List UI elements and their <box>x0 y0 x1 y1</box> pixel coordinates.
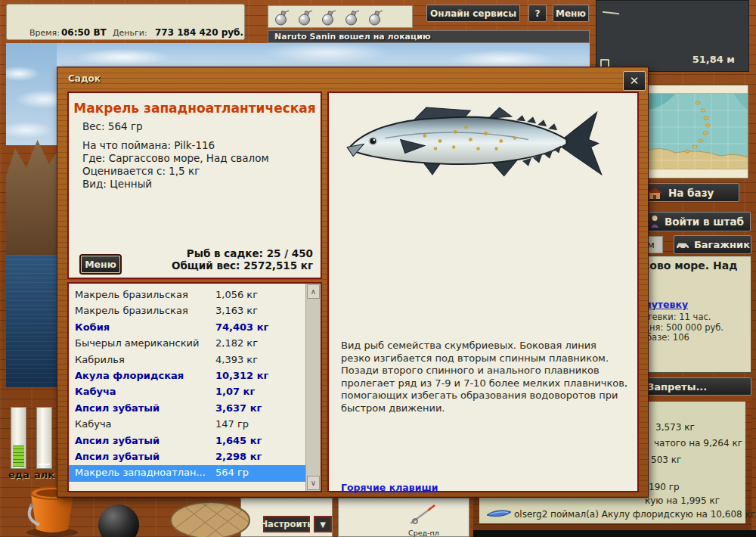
bell-icon[interactable] <box>367 8 385 26</box>
menu-button-top[interactable]: Меню <box>553 5 589 22</box>
sonar-panel: 51,84 м <box>596 0 749 72</box>
fish-valued-from: Оценивается с: 1,5 кг <box>82 165 200 177</box>
fish-kind: Вид: Ценный <box>82 178 152 190</box>
trunk-label: Багажник <box>694 239 750 250</box>
boat-marker-icon <box>603 11 619 14</box>
fish-info-panel: Вид рыб семейства скумбриевых. Боковая л… <box>327 92 639 492</box>
location-map[interactable] <box>645 85 748 178</box>
fish-list-row[interactable]: Макрель бразильская1,056 кг <box>69 287 306 303</box>
fish-row-weight: 1,056 кг <box>215 289 258 300</box>
fish-row-name: Бычерыл американский <box>75 337 200 349</box>
rod-type-label: Сред-пл <box>408 529 439 537</box>
fish-list-row[interactable]: Бычерыл американский2,182 кг <box>69 336 306 352</box>
sky <box>6 43 57 145</box>
fish-row-name: Кабрилья <box>75 354 125 365</box>
money-value: 773 184 420 руб. <box>155 27 243 38</box>
fish-list-row[interactable]: Кабуча1,07 кг <box>69 384 306 400</box>
fish-bait: На что поймана: Pilk-116 <box>82 139 215 151</box>
fish-list-row[interactable]: Кабуча147 гр <box>69 417 306 433</box>
fish-row-name: Кабуча <box>75 386 116 397</box>
rod-setup-panel: Настроить ▼ <box>240 498 333 537</box>
bell-icon[interactable] <box>296 8 314 26</box>
online-services-button[interactable]: Онлайн сервисы <box>426 5 520 22</box>
close-button[interactable]: ✕ <box>623 71 646 91</box>
configure-button[interactable]: Настроить <box>263 516 310 532</box>
fish-list-row[interactable]: Акула флоридская10,312 кг <box>69 368 306 384</box>
fish-row-name: Макрель бразильская <box>75 289 188 300</box>
fish-list-panel: Макрель бразильская1,056 кгМакрель брази… <box>67 282 322 492</box>
ticket-link[interactable]: путевку <box>645 299 688 310</box>
food-gauge-label: еда <box>8 469 29 480</box>
bells-strip <box>268 5 413 28</box>
fish-row-name: Апсил зубатый <box>75 435 160 446</box>
fish-list-row[interactable]: Апсил зубатый1,645 кг <box>69 433 306 449</box>
fish-list-row[interactable]: Апсил зубатый2,298 кг <box>69 449 306 465</box>
fish-list: Макрель бразильская1,056 кгМакрель брази… <box>69 287 306 491</box>
fish-row-name: Кабуча <box>75 418 112 430</box>
time-label: Время: <box>29 28 60 38</box>
fish-name: Макрель западноатлантическая <box>69 101 321 116</box>
bell-icon[interactable] <box>273 8 291 26</box>
fishing-net <box>169 495 251 537</box>
enter-hq-label: Войти в штаб <box>665 216 744 228</box>
to-base-label: На базу <box>668 187 714 199</box>
fish-row-weight: 147 гр <box>215 418 249 430</box>
keepnet-menu-button[interactable]: Меню <box>81 256 120 273</box>
fish-where: Где: Саргассово море, Над свалом <box>82 152 269 164</box>
ticket-info-line: утевки: 11 час. <box>642 312 711 322</box>
location-name-fragment: сово море. Над <box>643 259 738 272</box>
fish-row-name: Макрель западноатлан... <box>75 467 206 478</box>
fish-list-row[interactable]: Макрель бразильская3,163 кг <box>69 303 306 319</box>
fish-row-weight: 3,637 кг <box>215 402 262 414</box>
alcohol-gauge-level <box>39 464 50 465</box>
enter-hq-button[interactable]: Войти в штаб <box>644 212 751 231</box>
help-button[interactable]: ? <box>528 5 547 22</box>
fish-row-weight: 2,298 кг <box>215 451 262 462</box>
money-label: Деньги: <box>113 28 147 38</box>
bans-button[interactable]: Запреты... <box>639 377 751 396</box>
to-base-button[interactable]: На базу <box>642 183 739 202</box>
fish-row-weight: 1,645 кг <box>215 435 262 446</box>
scroll-up-button[interactable]: ∧ <box>307 284 320 299</box>
catch-log-line: кую на 1,995 кг <box>645 495 720 506</box>
bottom-black-strip <box>473 530 756 537</box>
person-icon <box>649 215 660 228</box>
catch-log-line: 3,573 кг <box>655 422 695 433</box>
trunk-button[interactable]: Багажник <box>674 235 751 254</box>
hotkeys-link[interactable]: Горячие клавиши <box>341 482 438 493</box>
rod-slot-panel: Сред-пл <box>338 498 469 537</box>
location-scenery <box>6 43 57 387</box>
mountain <box>6 134 57 255</box>
fish-image <box>339 101 625 190</box>
chevron-down-icon: ▼ <box>320 520 326 529</box>
fish-row-weight: 2,182 кг <box>215 337 258 349</box>
fish-details-panel: Макрель западноатлантическая Вес: 564 гр… <box>67 92 322 279</box>
fish-row-name: Кобия <box>75 321 110 333</box>
fish-list-row[interactable]: Апсил зубатый3,637 кг <box>69 401 306 417</box>
fish-row-weight: 1,07 кг <box>215 386 255 397</box>
catch-log-line: 190 гр <box>649 482 680 492</box>
keepnet-dialog: Садок ✕ Макрель западноатлантическая Вес… <box>57 67 649 498</box>
fish-lure-icon <box>485 508 513 518</box>
fish-row-weight: 3,163 кг <box>215 305 258 316</box>
time-money-panel: Время: 06:50 ВТ Деньги: 773 184 420 руб. <box>6 4 245 40</box>
fish-description: Вид рыб семейства скумбриевых. Боковая л… <box>341 340 628 414</box>
chat-message: Naruto Sanin вошел на локацию <box>274 32 431 42</box>
game-desktop: { "top_bar": { "time_label": "Время:", "… <box>0 0 756 537</box>
fish-list-row[interactable]: Макрель западноатлан...564 гр <box>69 465 306 481</box>
bell-icon[interactable] <box>320 8 338 26</box>
fish-list-row[interactable]: Кабрилья4,393 кг <box>69 352 306 368</box>
fish-list-row[interactable]: Кобия74,403 кг <box>69 320 306 336</box>
scrollbar[interactable]: ∧ ∨ <box>305 284 321 491</box>
catch-log-line: чатого на 9,264 кг <box>654 438 742 449</box>
time-value: 06:50 ВТ <box>61 27 107 38</box>
alcohol-gauge <box>36 407 52 469</box>
food-gauge <box>11 407 26 469</box>
dropdown-button[interactable]: ▼ <box>314 516 332 532</box>
bell-icon[interactable] <box>343 8 361 26</box>
fish-row-weight: 74,403 кг <box>215 321 268 333</box>
catch-log-line: 503 кг <box>651 455 681 465</box>
scroll-down-button[interactable]: ∨ <box>307 476 320 490</box>
fish-weight: Вес: 564 гр <box>82 120 143 132</box>
fish-row-name: Апсил зубатый <box>75 402 160 414</box>
